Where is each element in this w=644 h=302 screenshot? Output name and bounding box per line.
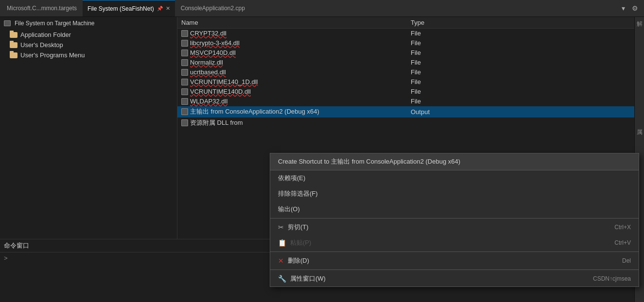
context-menu-divider [270,252,639,252]
file-name: VCRUNTIME140_1D.dll [190,78,258,85]
file-icon [181,59,188,66]
tab-label: File System (SeaFishNet) [87,5,154,12]
menu-item-icon-area: 📋粘贴(P) [278,238,311,247]
file-name: WLDAP32.dll [190,98,227,105]
table-row[interactable]: ucrtbased.dllFile [177,67,634,77]
context-menu: Create Shortcut to 主输出 from ConsoleAppli… [270,153,639,287]
file-name-cell: VCRUNTIME140_1D.dll [177,78,411,85]
table-row[interactable]: 资源附属 DLL from [177,117,634,129]
file-icon [181,30,188,37]
tree-item-label: User's Desktop [20,41,63,49]
menu-item-shortcut: Ctrl+X [614,224,631,231]
file-list-header: Name Type [177,17,634,29]
menu-item-icon-area: 输出(O) [278,205,300,214]
tab-bar: Microsoft.C...mmon.targets File System (… [0,0,644,17]
menu-item-icon-area: 排除筛选器(F) [278,189,318,198]
left-panel: File System on Target Machine Applicatio… [0,17,177,239]
file-icon [181,119,188,126]
folder-icon [10,42,17,48]
table-row[interactable]: MSVCP140D.dllFile [177,48,634,58]
tree-item-users-desktop[interactable]: User's Desktop [0,40,177,50]
menu-item-shortcut: CSDN↑cjmsea [593,275,631,282]
right-sidebar-btn2[interactable]: 属 [637,128,643,136]
context-menu-item-output[interactable]: 输出(O) [270,201,639,217]
file-type-cell: File [411,49,469,56]
file-name: 资源附属 DLL from [190,118,243,127]
menu-item-shortcut: Del [622,257,631,264]
file-icon [181,79,188,85]
file-type-cell: File [411,30,469,37]
context-menu-item-delete[interactable]: ✕删除(D)Del [270,253,639,268]
menu-item-icon-area: 依赖项(E) [278,174,305,183]
file-icon [181,40,188,47]
file-type-cell: File [411,68,469,76]
file-type-cell: File [411,78,469,85]
file-name-cell: WLDAP32.dll [177,98,411,105]
tab-overflow-arrow[interactable]: ▾ [620,3,627,13]
menu-item-label: 依赖项(E) [278,174,305,183]
tree-item-label: User's Programs Menu [20,51,85,59]
context-menu-item-cut[interactable]: ✂剪切(T)Ctrl+X [270,219,639,235]
tab-label: Microsoft.C...mmon.targets [7,5,77,12]
table-row[interactable]: VCRUNTIME140_1D.dllFile [177,77,634,87]
file-rows-container: CRYPT32.dllFilelibcrypto-3-x64.dllFileMS… [177,29,634,129]
tree-root: File System on Target Machine [0,17,177,30]
col-type-header: Type [411,19,469,26]
tab-file-system[interactable]: File System (SeaFishNet) 📌 ✕ [83,0,175,17]
file-icon [181,98,188,105]
context-menu-item-filter[interactable]: 排除筛选器(F) [270,186,639,201]
table-row[interactable]: CRYPT32.dllFile [177,29,634,38]
tree-item-label: Application Folder [20,31,71,38]
file-name-cell: Normaliz.dll [177,59,411,66]
context-menu-item-deps[interactable]: 依赖项(E) [270,170,639,186]
gear-icon[interactable]: ⚙ [630,3,640,13]
menu-item-label: 粘贴(P) [290,238,311,247]
menu-item-label: 删除(D) [288,256,309,265]
table-row[interactable]: Normaliz.dllFile [177,58,634,67]
tab-label: ConsoleApplication2.cpp [181,5,245,12]
prompt-arrow: > [4,254,8,262]
tab-console-app[interactable]: ConsoleApplication2.cpp [176,0,250,17]
context-menu-divider [270,218,639,218]
menu-item-label: 属性窗口(W) [290,274,326,283]
table-row[interactable]: libcrypto-3-x64.dllFile [177,38,634,48]
file-name-cell: VCRUNTIME140D.dll [177,88,411,95]
file-type-cell: Output [411,108,469,116]
file-icon [181,50,188,56]
file-name-cell: ucrtbased.dll [177,68,411,76]
menu-item-label: 排除筛选器(F) [278,189,318,198]
menu-item-icon-area: ✕删除(D) [278,256,309,265]
table-row[interactable]: 主输出 from ConsoleApplication2 (Debug x64)… [177,106,634,117]
context-menu-item-props[interactable]: 🔧属性窗口(W)CSDN↑cjmsea [270,271,639,286]
file-type-cell: File [411,98,469,105]
menu-item-label: 输出(O) [278,205,300,214]
file-name: libcrypto-3-x64.dll [190,39,240,47]
table-row[interactable]: WLDAP32.dllFile [177,97,634,106]
menu-item-icon: 📋 [278,239,286,247]
menu-item-icon-area: 🔧属性窗口(W) [278,274,326,283]
tab-microsoft-targets[interactable]: Microsoft.C...mmon.targets [2,0,82,17]
right-sidebar-btn1[interactable]: 解 [637,20,643,28]
menu-item-icon: ✕ [278,257,284,265]
menu-item-icon: 🔧 [278,275,286,283]
tree-item-users-programs[interactable]: User's Programs Menu [0,50,177,60]
tab-pin-icon[interactable]: 📌 [157,6,163,11]
file-name-cell: 主输出 from ConsoleApplication2 (Debug x64) [177,107,411,116]
file-name-cell: 资源附属 DLL from [177,118,411,127]
menu-item-icon: ✂ [278,223,284,231]
tab-close-icon[interactable]: ✕ [166,5,170,12]
table-row[interactable]: VCRUNTIME140D.dllFile [177,87,634,97]
hdd-icon [4,20,11,26]
menu-item-icon-area: ✂剪切(T) [278,223,309,232]
menu-item-label: 剪切(T) [288,223,309,232]
file-name: MSVCP140D.dll [190,49,236,56]
tree-root-label: File System on Target Machine [15,20,95,27]
tree-item-app-folder[interactable]: Application Folder [0,30,177,40]
file-type-cell: File [411,88,469,95]
file-name: VCRUNTIME140D.dll [190,88,251,95]
file-icon [181,108,188,115]
menu-item-shortcut: Ctrl+V [614,239,631,246]
file-icon [181,88,188,95]
context-menu-item-paste: 📋粘贴(P)Ctrl+V [270,235,639,251]
tab-overflow-area: ▾ ⚙ [620,3,642,13]
